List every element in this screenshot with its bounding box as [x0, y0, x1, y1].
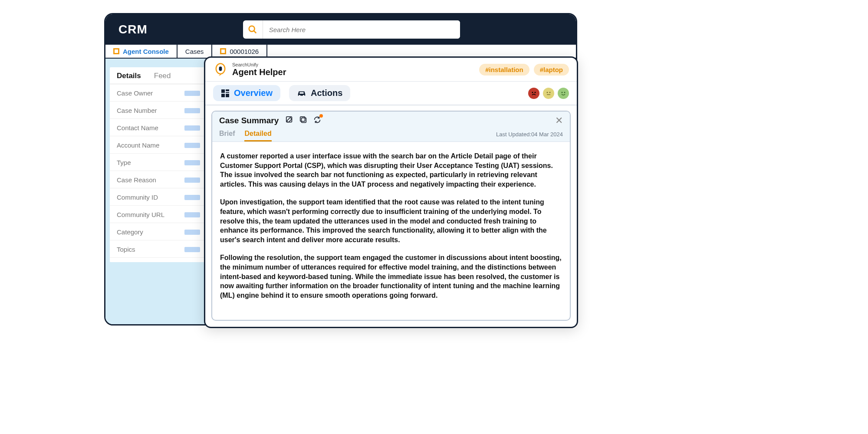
detail-row-case-reason: Case Reason — [110, 171, 207, 188]
close-icon[interactable]: ✕ — [555, 116, 563, 125]
detail-row-case-owner: Case Owner — [110, 84, 207, 102]
searchunify-logo-icon — [213, 62, 228, 77]
detail-label: Category — [117, 228, 143, 236]
svg-rect-4 — [221, 89, 225, 93]
square-icon — [113, 48, 119, 54]
detail-label: Case Number — [117, 107, 157, 114]
tab-label: 00001026 — [230, 48, 259, 55]
detail-label: Community ID — [117, 194, 158, 201]
skeleton — [184, 195, 200, 200]
search-icon — [243, 20, 263, 39]
tab-cases[interactable]: Cases — [178, 45, 213, 58]
skeleton — [184, 143, 200, 148]
tab-agent-console[interactable]: Agent Console — [105, 45, 178, 58]
detail-label: Topics — [117, 246, 135, 253]
sentiment-neutral-icon[interactable] — [543, 88, 554, 99]
search-input[interactable] — [263, 20, 460, 39]
svg-rect-8 — [226, 94, 229, 97]
helper-tab-label: Overview — [234, 88, 273, 98]
helper-tab-actions[interactable]: Actions — [289, 85, 350, 101]
detail-row-community-url: Community URL — [110, 206, 207, 223]
svg-point-17 — [562, 92, 563, 93]
helper-tabs-row: Overview Actions — [205, 82, 577, 105]
brand-small: SearchUnify — [232, 62, 286, 67]
search-bar — [243, 20, 460, 39]
svg-rect-20 — [302, 118, 306, 123]
detail-card: Details Feed Case Owner Case Number Cont… — [110, 67, 207, 262]
svg-line-1 — [254, 31, 256, 33]
sidebar-tab-details[interactable]: Details — [117, 72, 141, 80]
tag-installation[interactable]: #installation — [479, 64, 529, 76]
tab-label: Agent Console — [123, 48, 169, 55]
helper-brand: SearchUnify Agent Helper — [213, 62, 286, 77]
svg-rect-21 — [300, 117, 305, 122]
square-icon — [220, 48, 226, 54]
refresh-icon[interactable] — [313, 116, 321, 125]
app-title: CRM — [118, 23, 148, 36]
detail-row-community-id: Community ID — [110, 188, 207, 206]
grid-icon — [221, 89, 230, 98]
detail-label: Case Owner — [117, 89, 153, 97]
skeleton — [184, 230, 200, 235]
skeleton — [184, 91, 200, 96]
detail-label: Community URL — [117, 211, 164, 218]
summary-header: Case Summary ✕ — [212, 112, 570, 128]
sentiment-group — [528, 88, 569, 99]
skeleton — [184, 178, 200, 183]
svg-point-14 — [547, 92, 548, 93]
last-updated-label: Last Updated: — [496, 131, 531, 138]
skeleton — [184, 247, 200, 252]
detail-row-type: Type — [110, 154, 207, 171]
subtab-detailed[interactable]: Detailed — [244, 130, 271, 141]
sidebar: Details Feed Case Owner Case Number Cont… — [105, 59, 211, 324]
detail-row-account-name: Account Name — [110, 136, 207, 154]
helper-tab-group: Overview Actions — [213, 85, 350, 101]
tag-list: #installation #laptop — [479, 64, 569, 76]
svg-rect-11 — [299, 92, 303, 94]
detail-row-case-number: Case Number — [110, 102, 207, 119]
summary-body: A customer reported a user interface iss… — [212, 142, 570, 320]
tag-laptop[interactable]: #laptop — [534, 64, 569, 76]
detail-label: Account Name — [117, 141, 159, 149]
app-header: CRM — [105, 14, 576, 45]
skeleton — [184, 125, 200, 131]
detail-label: Case Reason — [117, 176, 156, 184]
detail-label: Contact Name — [117, 124, 158, 132]
notification-dot-icon — [319, 114, 323, 118]
skeleton — [184, 212, 200, 217]
svg-point-0 — [249, 26, 255, 32]
detail-row-category: Category — [110, 223, 207, 240]
detail-label: Type — [117, 159, 131, 166]
summary-actions — [286, 116, 321, 125]
sentiment-sad-icon[interactable] — [528, 88, 539, 99]
car-icon — [297, 89, 306, 98]
helper-title: Agent Helper — [232, 67, 286, 77]
svg-point-13 — [535, 92, 536, 93]
svg-point-15 — [549, 92, 551, 93]
svg-point-18 — [564, 92, 566, 93]
summary-title: Case Summary — [219, 116, 279, 125]
last-updated-value: 04 Mar 2024 — [531, 131, 563, 138]
skeleton — [184, 108, 200, 113]
detail-tabs: Details Feed — [110, 67, 207, 84]
svg-rect-3 — [219, 66, 222, 71]
helper-header: SearchUnify Agent Helper #installation #… — [205, 58, 577, 82]
copy-icon[interactable] — [299, 116, 307, 125]
svg-point-9 — [299, 95, 301, 96]
sentiment-happy-icon[interactable] — [558, 88, 569, 99]
helper-tab-overview[interactable]: Overview — [213, 85, 280, 101]
svg-point-10 — [303, 95, 305, 96]
agent-helper-panel: SearchUnify Agent Helper #installation #… — [204, 56, 578, 328]
edit-icon[interactable] — [286, 116, 293, 125]
sidebar-tab-feed[interactable]: Feed — [154, 72, 171, 80]
last-updated: Last Updated:04 Mar 2024 — [496, 131, 563, 140]
tab-label: Cases — [185, 48, 204, 55]
case-summary-panel: Case Summary ✕ Brief — [211, 111, 571, 321]
skeleton — [184, 160, 200, 165]
subtab-brief[interactable]: Brief — [219, 130, 235, 141]
summary-subtabs: Brief Detailed Last Updated:04 Mar 2024 — [212, 128, 570, 142]
svg-point-12 — [532, 92, 533, 93]
svg-rect-7 — [221, 94, 225, 97]
tab-case-number[interactable]: 00001026 — [212, 45, 267, 58]
svg-rect-6 — [226, 92, 229, 93]
